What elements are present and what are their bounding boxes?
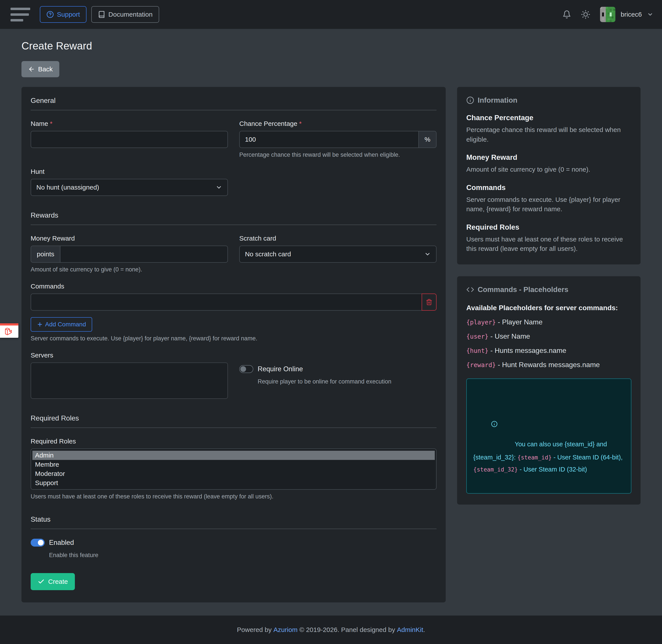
info-item-title: Required Roles <box>466 223 631 231</box>
placeholder-code: {hunt} <box>466 347 488 354</box>
info-item-text: Users must have at least one of these ro… <box>466 234 631 253</box>
create-button[interactable]: Create <box>31 573 75 590</box>
chance-percentage-input[interactable] <box>239 131 419 148</box>
scratch-card-select-value: No scratch card <box>245 250 291 258</box>
chance-help-text: Percentage chance this reward will be se… <box>239 152 436 158</box>
placeholder-item: {user} - User Name <box>466 332 631 340</box>
required-asterisk: * <box>50 120 52 127</box>
require-online-label: Require Online <box>258 365 303 373</box>
theme-toggle-sun-icon[interactable] <box>581 10 590 19</box>
required-roles-label: Required Roles <box>31 438 436 445</box>
top-navbar: Support Documentation <box>0 0 662 29</box>
support-button[interactable]: Support <box>40 6 87 23</box>
adminkit-link[interactable]: AdminKit <box>397 626 423 634</box>
steam-id-note-alert: You can also use {steam_id} and {steam_i… <box>466 378 631 494</box>
back-button-label: Back <box>38 66 53 73</box>
support-button-label: Support <box>57 11 80 18</box>
placeholder-code: {player} <box>466 319 496 326</box>
placeholder-code: {user} <box>466 333 488 340</box>
trash-icon <box>426 299 432 305</box>
info-circle-icon <box>491 397 512 451</box>
servers-label: Servers <box>31 351 228 359</box>
enabled-help-text: Enable this feature <box>49 552 436 559</box>
hunt-label: Hunt <box>31 168 228 175</box>
user-menu[interactable]: bricec6 <box>600 7 653 22</box>
percent-addon: % <box>419 131 436 148</box>
add-command-button-label: Add Command <box>45 321 86 328</box>
sidebar-toggle-icon[interactable] <box>10 8 30 21</box>
section-divider <box>31 428 436 428</box>
placeholder-item: {reward} - Hunt Rewards messages.name <box>466 361 631 369</box>
require-online-toggle[interactable] <box>239 365 253 373</box>
documentation-button-label: Documentation <box>108 11 153 18</box>
role-option-membre[interactable]: Membre <box>32 460 435 469</box>
section-divider <box>31 110 436 110</box>
money-reward-input[interactable] <box>60 246 228 263</box>
placeholder-item: {player} - Player Name <box>466 318 631 326</box>
create-button-label: Create <box>48 578 68 585</box>
required-roles-listbox[interactable]: Admin Membre Moderator Support <box>31 448 436 490</box>
servers-multiselect[interactable] <box>31 363 228 399</box>
role-option-support[interactable]: Support <box>32 478 435 487</box>
placeholder-code: {steam_id} <box>518 454 552 461</box>
commands-help-text: Server commands to execute. Use {player}… <box>31 335 436 342</box>
commands-label: Commands <box>31 283 436 290</box>
info-circle-icon <box>466 96 474 104</box>
chevron-down-icon <box>215 184 222 191</box>
laravel-debugbar-badge[interactable] <box>0 323 18 338</box>
role-option-moderator[interactable]: Moderator <box>32 469 435 478</box>
info-item-title: Money Reward <box>466 153 631 162</box>
placeholders-card: Commands - Placeholders Available Placeh… <box>457 276 641 505</box>
footer-text: . <box>423 626 425 634</box>
name-label: Name* <box>31 120 228 128</box>
section-status-title: Status <box>31 515 436 523</box>
money-reward-label: Money Reward <box>31 235 228 242</box>
footer-text: Powered by <box>237 626 273 634</box>
chevron-down-icon <box>424 251 431 257</box>
placeholders-intro: Available Placeholders for server comman… <box>466 304 631 312</box>
placeholders-card-title: Commands - Placeholders <box>478 285 568 294</box>
check-icon <box>38 578 45 585</box>
documentation-button[interactable]: Documentation <box>91 6 159 23</box>
enabled-toggle[interactable] <box>31 539 45 547</box>
avatar <box>600 7 615 22</box>
information-card-title: Information <box>478 96 517 105</box>
placeholder-code: {steam_id_32} <box>473 466 518 473</box>
chevron-down-icon <box>647 12 653 18</box>
hunt-select[interactable]: No hunt (unassigned) <box>31 179 228 196</box>
name-input[interactable] <box>31 131 228 148</box>
back-button[interactable]: Back <box>21 61 59 77</box>
book-icon <box>98 11 105 18</box>
require-online-help-text: Require player to be online for command … <box>258 378 436 385</box>
help-circle-icon <box>46 11 54 18</box>
section-general-title: General <box>31 96 436 105</box>
notifications-bell-icon[interactable] <box>563 10 571 19</box>
command-input[interactable] <box>31 294 422 310</box>
info-item-text: Amount of site currency to give (0 = non… <box>466 165 631 174</box>
section-required-roles-title: Required Roles <box>31 414 436 422</box>
roles-help-text: Users must have at least one of these ro… <box>31 493 436 500</box>
azuriom-link[interactable]: Azuriom <box>273 626 297 634</box>
money-help-text: Amount of site currency to give (0 = non… <box>31 266 228 273</box>
delete-command-button[interactable] <box>421 294 436 310</box>
username-label: bricec6 <box>621 11 642 18</box>
scratch-card-select[interactable]: No scratch card <box>239 246 436 263</box>
info-item-title: Commands <box>466 183 631 192</box>
scratch-card-label: Scratch card <box>239 235 436 242</box>
create-reward-form-card: General Name* Chance Percentage* % <box>21 87 446 602</box>
footer-text: © 2019-2026. Panel designed by <box>297 626 397 634</box>
add-command-button[interactable]: Add Command <box>31 317 92 331</box>
hunt-select-value: No hunt (unassigned) <box>36 184 99 191</box>
page-title: Create Reward <box>21 40 641 52</box>
section-divider <box>31 529 436 529</box>
debugbar-top-strip <box>0 323 18 325</box>
required-asterisk: * <box>299 120 302 127</box>
role-option-admin[interactable]: Admin <box>32 451 435 460</box>
code-icon <box>466 286 474 294</box>
info-item-text: Server commands to execute. Use {player}… <box>466 195 631 214</box>
points-addon: points <box>31 246 60 263</box>
page-footer: Powered by Azuriom © 2019-2026. Panel de… <box>0 616 662 644</box>
arrow-left-icon <box>28 66 35 73</box>
info-item-text: Percentage chance this reward will be se… <box>466 125 631 144</box>
laravel-logo-icon <box>0 325 18 338</box>
